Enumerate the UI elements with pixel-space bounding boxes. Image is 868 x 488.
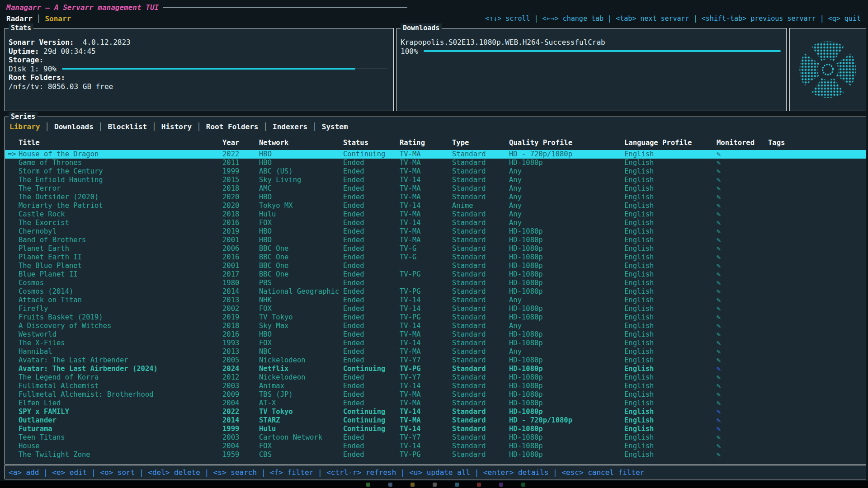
cell-type: Standard — [452, 270, 509, 279]
cell-tags — [768, 167, 866, 176]
series-tab-root-folders[interactable]: Root Folders — [201, 122, 264, 131]
cell-title: Outlander — [19, 416, 222, 425]
cell-quality: HD-1080p — [509, 433, 624, 442]
table-row[interactable]: Castle Rock2018HuluEndedTV-MAStandardAny… — [5, 210, 866, 219]
table-row[interactable]: Chernobyl2019HBOEndedTV-MAStandardHD-108… — [5, 227, 866, 236]
uptime-label: Uptime: — [9, 47, 39, 56]
table-row[interactable]: Blue Planet II2017BBC OneEndedTV-PGStand… — [5, 270, 866, 279]
table-row[interactable]: The Outsider (2020)2020HBOEndedTV-MAStan… — [5, 193, 866, 202]
table-row[interactable]: The X-Files1993FOXEndedTV-14StandardHD-1… — [5, 339, 866, 347]
monitored-icon: ✎ — [717, 262, 768, 270]
cell-rating: TV-14 — [400, 339, 452, 347]
cell-rating: TV-14 — [400, 219, 452, 227]
cell-language: English — [624, 236, 717, 244]
series-tab-system[interactable]: System — [317, 122, 353, 131]
table-row[interactable]: Cosmos (2014)2014National GeographicEnde… — [5, 287, 866, 296]
row-selection-marker — [8, 399, 19, 408]
cell-status: Ended — [343, 184, 400, 193]
cell-title: A Discovery of Witches — [19, 322, 222, 330]
table-row[interactable]: The Exorcist2016FOXEndedTV-14StandardAny… — [5, 219, 866, 227]
row-selection-marker: => — [8, 150, 19, 159]
table-header-row: TitleYearNetworkStatusRatingTypeQuality … — [5, 138, 866, 148]
table-row[interactable]: Planet Earth2006BBC OneEndedTV-GStandard… — [5, 244, 866, 253]
table-row[interactable]: A Discovery of Witches2018Sky MaxEndedTV… — [5, 322, 866, 330]
cell-quality: HD - 720p/1080p — [509, 416, 624, 425]
table-row[interactable]: Game of Thrones2011HBOEndedTV-MAStandard… — [5, 159, 866, 167]
cell-rating: TV-MA — [400, 347, 452, 356]
table-row[interactable]: Westworld2016HBOEndedTV-MAStandardHD-108… — [5, 330, 866, 339]
cell-quality: HD-1080p — [509, 365, 624, 373]
monitored-icon: ✎ — [717, 416, 768, 425]
table-row[interactable]: Teen Titans2003Cartoon NetworkEndedTV-Y7… — [5, 433, 866, 442]
column-header-year: Year — [222, 138, 259, 148]
table-row[interactable]: Planet Earth II2016BBC OneEndedTV-GStand… — [5, 253, 866, 262]
cell-status: Ended — [343, 330, 400, 339]
cell-status: Ended — [343, 339, 400, 347]
cell-rating: TV-MA — [400, 227, 452, 236]
table-row[interactable]: Moriarty the Patriot2020Tokyo MXEndedTV-… — [5, 202, 866, 210]
cell-tags — [768, 193, 866, 202]
series-tab-blocklist[interactable]: Blocklist — [103, 122, 152, 131]
tab-radarr[interactable]: Radarr — [6, 14, 33, 23]
cell-quality: Any — [509, 210, 624, 219]
cell-type: Standard — [452, 244, 509, 253]
table-row[interactable]: House2004FOXEndedTV-14StandardHD-1080pEn… — [5, 442, 866, 450]
cell-title: House of the Dragon — [19, 150, 222, 159]
table-row[interactable]: The Twilight Zone1959CBSEndedTV-PGStanda… — [5, 450, 866, 459]
table-row[interactable]: Band of Brothers2001HBOEndedTV-MAStandar… — [5, 236, 866, 244]
row-selection-marker — [8, 373, 19, 382]
table-row[interactable]: Fullmetal Alchemist: Brotherhood2009TBS … — [5, 390, 866, 399]
table-row[interactable]: The Blue Planet2001BBC OneEndedStandardH… — [5, 262, 866, 270]
table-row[interactable]: Hannibal2013NBCEndedTV-MAStandardAnyEngl… — [5, 347, 866, 356]
series-tab-downloads[interactable]: Downloads — [49, 122, 99, 131]
table-row[interactable]: Storm of the Century1999ABC (US)EndedTV-… — [5, 167, 866, 176]
taskbar-icon — [477, 483, 481, 487]
cell-type: Standard — [452, 356, 509, 365]
table-row[interactable]: SPY x FAMILY2022TV TokyoContinuingTV-14S… — [5, 408, 866, 416]
stat-disk: Disk 1: 90% — [9, 65, 389, 74]
stat-version: Sonarr Version: 4.0.12.2823 — [9, 38, 389, 47]
table-row[interactable]: Avatar: The Last Airbender2005Nickelodeo… — [5, 356, 866, 365]
table-row[interactable]: The Legend of Korra2012NickelodeonEndedT… — [5, 373, 866, 382]
row-selection-marker — [8, 262, 19, 270]
cell-status: Ended — [343, 210, 400, 219]
cell-status: Ended — [343, 227, 400, 236]
table-row[interactable]: The Enfield Haunting2015Sky LivingEndedT… — [5, 176, 866, 184]
table-row[interactable]: Fruits Basket (2019)2019TV TokyoEndedTV-… — [5, 313, 866, 322]
monitored-icon: ✎ — [717, 330, 768, 339]
series-tab-library[interactable]: Library — [9, 122, 45, 131]
cell-status: Ended — [343, 347, 400, 356]
cell-quality: HD-1080p — [509, 253, 624, 262]
cell-year: 2019 — [222, 227, 259, 236]
table-row[interactable]: Elfen Lied2004AT-XEndedTV-MAStandardHD-1… — [5, 399, 866, 408]
cell-type: Standard — [452, 219, 509, 227]
cell-year: 1993 — [222, 339, 259, 347]
cell-type: Standard — [452, 408, 509, 416]
cell-quality: HD-1080p — [509, 339, 624, 347]
table-row[interactable]: The Terror2018AMCEndedTV-MAStandardAnyEn… — [5, 184, 866, 193]
table-row[interactable]: Firefly2002FOXEndedTV-14StandardHD-1080p… — [5, 305, 866, 313]
cell-year: 2011 — [222, 159, 259, 167]
table-row[interactable]: Attack on Titan2013NHKEndedTV-14Standard… — [5, 296, 866, 305]
cell-network: AT-X — [259, 399, 343, 408]
table-row[interactable]: Outlander2014STARZContinuingTV-MAStandar… — [5, 416, 866, 425]
monitored-icon: ✎ — [717, 425, 768, 433]
series-tab-history[interactable]: History — [156, 122, 197, 131]
cell-language: English — [624, 399, 717, 408]
table-row[interactable]: Fullmetal Alchemist2003AnimaxEndedTV-14S… — [5, 382, 866, 390]
cell-year: 2024 — [222, 365, 259, 373]
cell-type: Standard — [452, 184, 509, 193]
table-row[interactable]: =>House of the Dragon2022HBOContinuingTV… — [5, 150, 866, 159]
table-row[interactable]: Avatar: The Last Airbender (2024)2024Net… — [5, 365, 866, 373]
cell-rating: TV-MA — [400, 236, 452, 244]
cell-language: English — [624, 313, 717, 322]
tab-sonarr[interactable]: Sonarr — [45, 14, 71, 23]
cell-language: English — [624, 433, 717, 442]
series-tab-indexers[interactable]: Indexers — [268, 122, 312, 131]
monitored-icon: ✎ — [717, 244, 768, 253]
cell-title: Westworld — [19, 330, 222, 339]
stat-storage: Storage: — [9, 56, 389, 65]
table-row[interactable]: Cosmos1980PBSEndedStandardHD-1080pEnglis… — [5, 279, 866, 287]
stats-panel-title: Stats — [9, 23, 33, 33]
table-row[interactable]: Futurama1999HuluContinuingTV-14StandardH… — [5, 425, 866, 433]
